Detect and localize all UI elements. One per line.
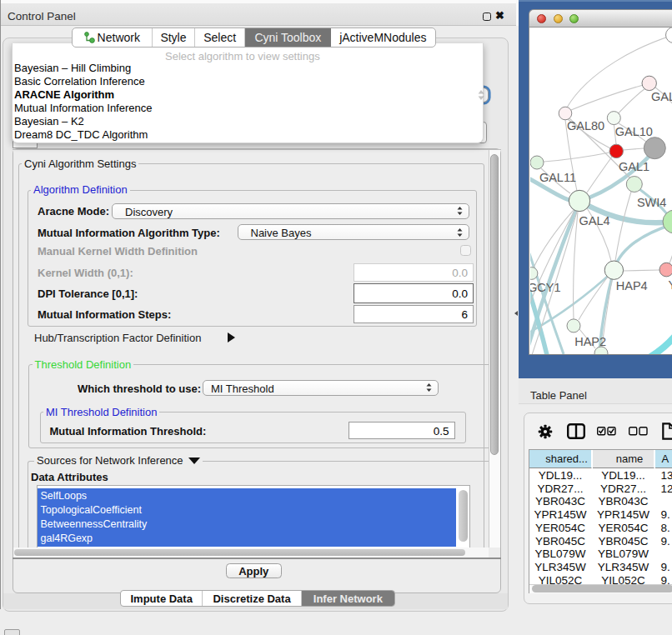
svg-text:GCY1: GCY1 xyxy=(530,281,561,294)
svg-text:Y: Y xyxy=(668,278,672,292)
svg-text:HAP4: HAP4 xyxy=(616,279,648,292)
svg-text:HAP2: HAP2 xyxy=(574,335,606,348)
svg-text:GAL10: GAL10 xyxy=(615,125,653,138)
svg-text:GAL11: GAL11 xyxy=(539,171,576,184)
svg-text:GAL: GAL xyxy=(651,90,672,103)
svg-text:GAL4: GAL4 xyxy=(579,214,610,228)
svg-text:GAL1: GAL1 xyxy=(619,160,649,173)
svg-text:GAL80: GAL80 xyxy=(567,119,604,132)
svg-text:SWI4: SWI4 xyxy=(637,196,666,209)
